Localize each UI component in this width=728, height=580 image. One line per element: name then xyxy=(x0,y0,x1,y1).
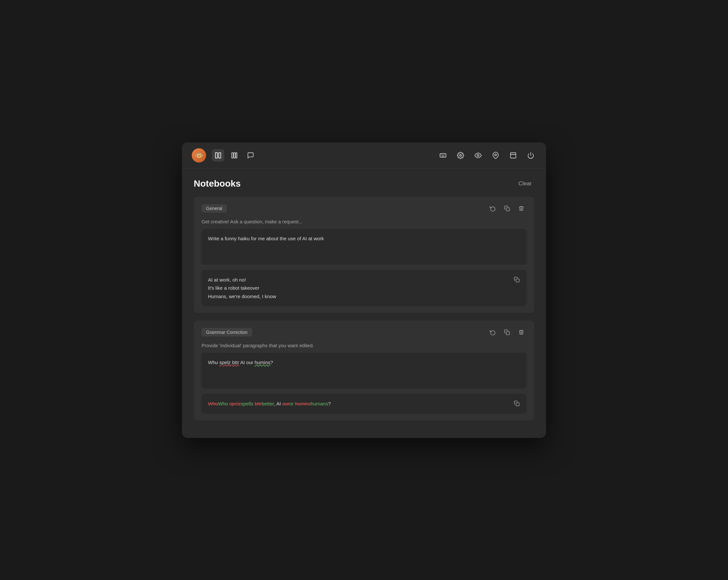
section-header-grammar: Grammar Correction xyxy=(202,327,526,337)
titlebar: 🐵 xyxy=(182,143,546,169)
svg-rect-14 xyxy=(511,152,516,158)
copy-button-grammar[interactable] xyxy=(502,327,512,337)
section-header-general: General xyxy=(202,203,526,213)
svg-point-12 xyxy=(477,154,479,156)
refresh-button-grammar[interactable] xyxy=(488,327,498,337)
nav-icons xyxy=(212,149,438,161)
svg-rect-18 xyxy=(516,279,519,282)
copy-button-general[interactable] xyxy=(502,203,512,213)
chat-icon xyxy=(247,152,254,159)
refresh-icon xyxy=(490,205,496,211)
refresh-button-general[interactable] xyxy=(488,203,498,213)
nav-chat-button[interactable] xyxy=(244,149,257,161)
svg-rect-19 xyxy=(506,332,510,335)
copy-icon xyxy=(504,205,510,211)
page-title: Notebooks xyxy=(194,178,241,189)
grammar-input[interactable]: Whu spelz bttr AI our humins? xyxy=(202,353,526,388)
output-line-3: Humans, we're doomed, I know xyxy=(208,292,520,301)
output-copy-button-general[interactable] xyxy=(512,274,522,285)
grammar-tag: Grammar Correction xyxy=(202,328,252,336)
general-prompt: Get creative! Ask a question, make a req… xyxy=(202,219,526,224)
view-button[interactable] xyxy=(472,150,484,161)
avatar: 🐵 xyxy=(192,148,206,162)
svg-rect-2 xyxy=(232,152,233,158)
svg-rect-3 xyxy=(234,152,235,158)
keyboard-icon xyxy=(439,152,446,159)
nav-library-button[interactable] xyxy=(228,149,240,161)
general-input[interactable]: Write a funny haiku for me about the use… xyxy=(202,229,526,264)
general-section: General xyxy=(194,197,534,313)
app-window: 🐵 xyxy=(182,143,546,438)
general-output-lines: AI at work, oh no! It's like a robot tak… xyxy=(208,276,520,301)
nav-notebooks-button[interactable] xyxy=(212,149,224,161)
copy-icon-grammar xyxy=(504,329,510,335)
svg-rect-1 xyxy=(219,152,221,158)
power-button[interactable] xyxy=(525,150,536,161)
eye-icon xyxy=(474,152,482,159)
pin-icon xyxy=(492,152,499,159)
delete-button-grammar[interactable] xyxy=(516,327,526,337)
svg-rect-17 xyxy=(506,207,510,211)
output-copy-button-grammar[interactable] xyxy=(512,398,522,409)
settings-button[interactable] xyxy=(455,150,466,161)
section-actions-grammar xyxy=(488,327,526,337)
pin-button[interactable] xyxy=(490,150,501,161)
notebooks-icon xyxy=(214,152,222,159)
gear-icon xyxy=(457,152,464,159)
main-content: Notebooks Clear General xyxy=(182,169,546,438)
svg-rect-5 xyxy=(440,153,446,157)
general-tag: General xyxy=(202,204,227,212)
section-actions-general xyxy=(488,203,526,213)
keyboard-button[interactable] xyxy=(438,150,448,161)
grammar-section: Grammar Correction xyxy=(194,321,534,420)
clear-button[interactable]: Clear xyxy=(516,179,534,188)
refresh-icon-grammar xyxy=(490,329,496,335)
power-icon xyxy=(527,152,534,159)
copy-output-icon-grammar xyxy=(514,401,520,406)
svg-rect-20 xyxy=(516,403,519,406)
grammar-input-text: Whu spelz bttr AI our humins? xyxy=(208,359,273,365)
delete-button-general[interactable] xyxy=(516,203,526,213)
copy-output-icon xyxy=(514,277,520,282)
library-icon xyxy=(231,152,238,159)
svg-point-11 xyxy=(460,154,462,156)
page-header: Notebooks Clear xyxy=(194,178,534,189)
svg-rect-4 xyxy=(236,152,237,158)
output-line-1: AI at work, oh no! xyxy=(208,276,520,284)
grammar-output-text: WhuWho spelzspells bttrbetter, AI ouror … xyxy=(208,400,520,408)
svg-point-13 xyxy=(495,154,497,156)
grammar-output: WhuWho spelzspells bttrbetter, AI ouror … xyxy=(202,394,526,414)
svg-rect-0 xyxy=(215,152,217,158)
window-icon xyxy=(510,152,517,159)
grammar-prompt: Provide 'individual' paragraphs that you… xyxy=(202,343,526,348)
trash-icon xyxy=(518,205,524,211)
window-button[interactable] xyxy=(508,150,519,161)
general-output: AI at work, oh no! It's like a robot tak… xyxy=(202,270,526,307)
trash-icon-grammar xyxy=(518,329,524,335)
right-icons xyxy=(438,150,536,161)
output-line-2: It's like a robot takeover xyxy=(208,284,520,292)
